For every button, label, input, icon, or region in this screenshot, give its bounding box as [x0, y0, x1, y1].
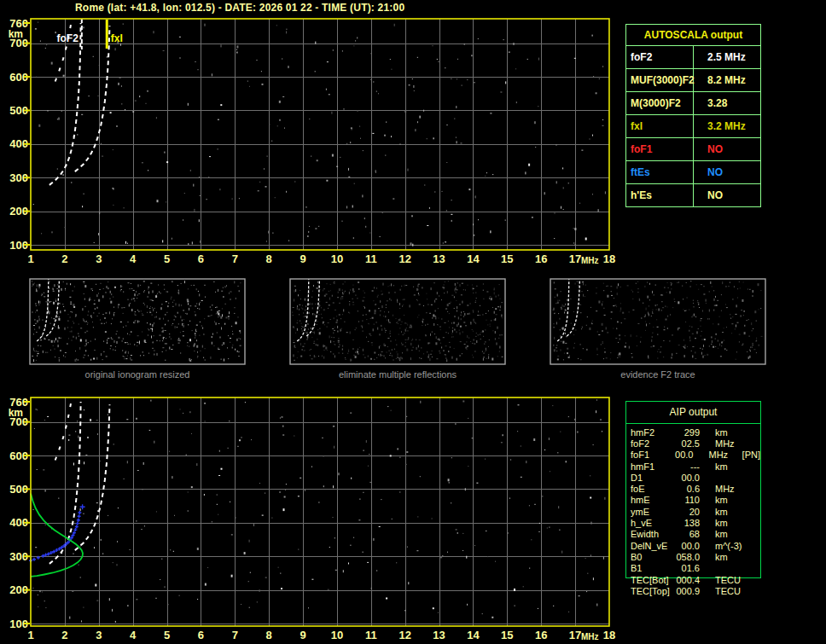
aip-row: Ewidth68km — [626, 529, 760, 540]
aip-param-unit: km — [715, 529, 751, 539]
param-value: 2.5 MHz — [694, 51, 760, 63]
f2-ordinary-echo-trace-series — [37, 279, 49, 341]
x-axis-tick-label: 18 — [603, 629, 615, 641]
table-row: MUF(3000)F2 8.2 MHz — [626, 69, 760, 92]
x-axis-tick-label: 16 — [535, 252, 547, 265]
x-axis-tick-label: 11 — [365, 629, 377, 641]
aip-param-value: 01.6 — [673, 563, 700, 573]
param-value: 3.2 MHz — [694, 120, 760, 132]
x-axis-tick-label: 17 — [569, 252, 581, 265]
aip-param-value: 20 — [673, 507, 700, 517]
aip-param-value: 0.6 — [673, 484, 700, 494]
aip-param-label: hmF1 — [626, 461, 673, 472]
aip-param-label: foF1 — [626, 450, 669, 460]
aip-param-value: 138 — [673, 518, 700, 528]
x-axis-tick-label: 13 — [433, 629, 445, 641]
aip-row: TEC[Top]000.9TECU — [626, 585, 760, 596]
x-axis-tick-label: 14 — [467, 252, 480, 265]
aip-param-value: 110 — [673, 495, 700, 505]
aip-output-table: AIP output hmF2299kmfoF202.5MHzfoF100.0M… — [625, 401, 761, 578]
aip-param-unit: km — [715, 552, 751, 562]
main-ionogram-plot: foF2fxI760700600500400300200100km1234567… — [9, 17, 616, 266]
aip-param-unit: TECU — [715, 575, 751, 585]
param-label: foF1 — [626, 138, 694, 160]
aip-param-flag: [PN] — [742, 450, 760, 460]
aip-param-label: TEC[Top] — [626, 586, 673, 596]
aip-row: h_vE138km — [626, 517, 760, 528]
aip-param-unit: MHz — [708, 450, 741, 460]
x-axis-unit-label: MHz — [581, 256, 599, 265]
aip-row: hmF1---km — [626, 461, 760, 472]
panel-caption-nomultiples: eliminate multiple reflections — [290, 369, 505, 380]
param-label: h'Es — [626, 184, 694, 206]
aip-param-label: Ewidth — [626, 529, 673, 539]
param-label: foF2 — [626, 46, 694, 68]
aip-param-value: 00.0 — [673, 541, 700, 551]
profile-ionogram-plot: 760700600500400300200100km12345678910111… — [9, 396, 616, 642]
x-axis-tick-label: 9 — [300, 252, 305, 265]
f2-extraordinary-echo-trace-series — [75, 26, 110, 171]
aip-param-unit: TECU — [715, 586, 751, 596]
y-axis-unit-label: km — [9, 28, 23, 40]
aip-param-value: 02.5 — [673, 438, 700, 449]
x-axis-tick-label: 18 — [603, 252, 615, 265]
param-value: NO — [694, 189, 760, 201]
x-axis-tick-label: 7 — [232, 252, 238, 265]
aip-param-value: 000.9 — [673, 586, 700, 596]
x-axis-unit-label: MHz — [581, 632, 599, 641]
table-row: h'Es NO — [626, 184, 760, 206]
aip-param-value: 058.0 — [673, 552, 700, 562]
panel-resized — [30, 279, 245, 364]
aip-param-unit: km — [715, 507, 751, 517]
aip-param-value: 299 — [673, 427, 700, 438]
aip-param-label: foF2 — [626, 438, 673, 449]
panel-caption-f2trace: evidence F2 trace — [550, 369, 765, 380]
autoscala-table-title: AUTOSCALA output — [626, 25, 760, 46]
param-value: NO — [694, 166, 760, 178]
autoscala-output-table: AUTOSCALA output foF2 2.5 MHz MUF(3000)F… — [625, 24, 761, 207]
x-axis-tick-label: 6 — [198, 252, 204, 265]
y-axis-unit-label: km — [9, 407, 23, 419]
param-value: 8.2 MHz — [694, 74, 760, 86]
x-axis-tick-label: 13 — [433, 252, 445, 265]
param-label: M(3000)F2 — [626, 92, 694, 114]
aip-param-label: DelN_vE — [626, 541, 673, 551]
aip-row: foF202.5MHz — [626, 438, 760, 449]
x-axis-tick-label: 12 — [398, 629, 410, 641]
second-hop-echo-series — [55, 401, 72, 460]
aip-param-unit: km — [715, 461, 751, 472]
x-axis-tick-label: 11 — [365, 252, 377, 265]
aip-row: B0058.0km — [626, 551, 760, 562]
x-axis-tick-label: 3 — [96, 252, 102, 265]
aip-param-unit: km — [715, 518, 751, 528]
x-axis-tick-label: 6 — [198, 629, 204, 641]
aip-row: hmE110km — [626, 495, 760, 506]
x-axis-tick-label: 2 — [61, 629, 67, 641]
aip-param-label: D1 — [626, 473, 673, 483]
aip-row: foF100.0MHz[PN] — [626, 450, 760, 461]
table-row: M(3000)F2 3.28 — [626, 92, 760, 115]
x-axis-tick-label: 1 — [27, 252, 33, 265]
aip-param-value: 68 — [673, 529, 700, 539]
aip-param-label: B0 — [626, 552, 673, 562]
f2-ordinary-echo-trace-series — [557, 279, 569, 341]
aip-param-label: TEC[Bot] — [626, 575, 673, 585]
x-axis-tick-label: 2 — [61, 252, 67, 265]
param-label: MUF(3000)F2 — [626, 69, 694, 91]
x-axis-tick-label: 9 — [300, 629, 305, 641]
x-axis-tick-label: 7 — [232, 629, 238, 641]
x-axis-tick-label: 14 — [467, 629, 480, 641]
x-axis-tick-label: 3 — [96, 629, 102, 641]
x-axis-tick-label: 10 — [331, 252, 343, 265]
autoscala-screen: foF2fxI760700600500400300200100km1234567… — [0, 0, 826, 644]
aip-param-label: h_vE — [626, 518, 673, 528]
x-axis-tick-label: 4 — [130, 629, 137, 641]
x-axis-tick-label: 17 — [569, 629, 581, 641]
x-axis-tick-label: 10 — [331, 629, 343, 641]
table-row: foF2 2.5 MHz — [626, 46, 760, 69]
table-row: foF1 NO — [626, 138, 760, 161]
fxI-marker-label: fxI — [111, 32, 123, 44]
panel-evidence — [550, 279, 765, 364]
aip-param-unit: MHz — [715, 438, 751, 449]
aip-param-value: 00.0 — [673, 473, 700, 483]
